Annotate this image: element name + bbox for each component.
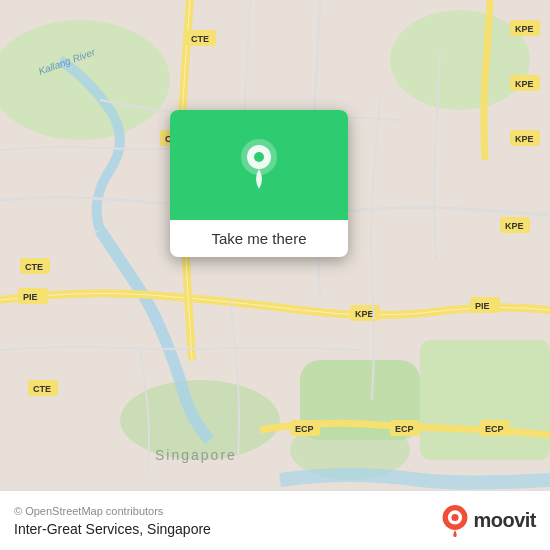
location-card: Take me there bbox=[170, 110, 348, 257]
svg-text:CTE: CTE bbox=[33, 384, 51, 394]
svg-text:KPE: KPE bbox=[355, 309, 374, 319]
svg-text:ECP: ECP bbox=[295, 424, 314, 434]
svg-text:KPE: KPE bbox=[515, 24, 534, 34]
svg-point-39 bbox=[254, 152, 264, 162]
svg-text:ECP: ECP bbox=[395, 424, 414, 434]
svg-point-2 bbox=[390, 10, 530, 110]
svg-text:CTE: CTE bbox=[191, 34, 209, 44]
svg-text:ECP: ECP bbox=[485, 424, 504, 434]
svg-text:CTE: CTE bbox=[25, 262, 43, 272]
svg-text:PIE: PIE bbox=[23, 292, 38, 302]
card-header bbox=[170, 110, 348, 220]
svg-text:PIE: PIE bbox=[475, 301, 490, 311]
svg-rect-4 bbox=[420, 340, 550, 460]
take-me-there-button[interactable]: Take me there bbox=[170, 220, 348, 257]
moovit-logo[interactable]: moovit bbox=[441, 505, 536, 537]
svg-text:KPE: KPE bbox=[515, 79, 534, 89]
svg-text:KPE: KPE bbox=[505, 221, 524, 231]
svg-text:Singapore: Singapore bbox=[155, 447, 237, 463]
moovit-pin-icon bbox=[441, 505, 469, 537]
moovit-brand-text: moovit bbox=[473, 509, 536, 532]
bottom-bar: © OpenStreetMap contributors Inter-Great… bbox=[0, 490, 550, 550]
place-name: Inter-Great Services, Singapore bbox=[14, 521, 211, 537]
bottom-info: © OpenStreetMap contributors Inter-Great… bbox=[14, 505, 211, 537]
svg-point-42 bbox=[452, 513, 459, 520]
svg-text:KPE: KPE bbox=[515, 134, 534, 144]
map-view[interactable]: PIE PIE CTE CTE CTE CTE KPE KPE KPE KPE … bbox=[0, 0, 550, 490]
copyright-text: © OpenStreetMap contributors bbox=[14, 505, 211, 517]
location-pin-icon bbox=[235, 137, 283, 193]
